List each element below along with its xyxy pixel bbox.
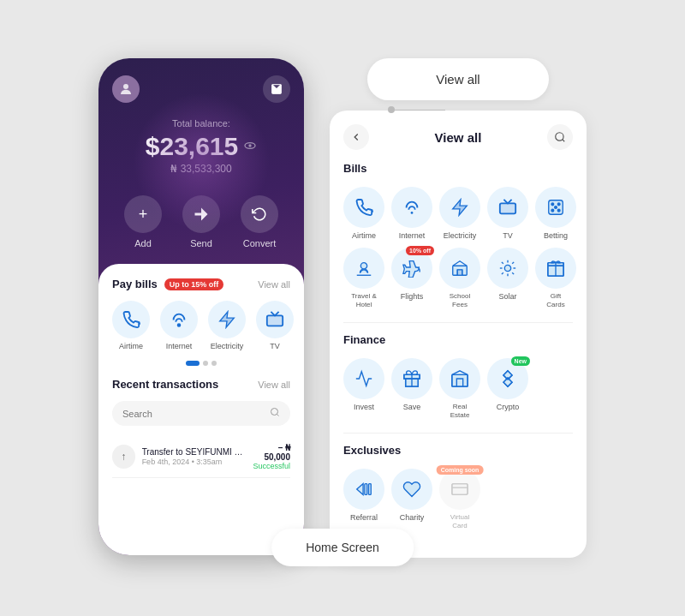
transaction-item[interactable]: ↑ Transfer to SEYIFUNMI OLUFE... Feb 4th…: [112, 436, 290, 478]
txn-arrow-icon: ↑: [112, 445, 135, 469]
panel-referral[interactable]: Referral: [343, 469, 384, 529]
dot-3: [211, 361, 217, 366]
bill-airtime[interactable]: Airtime: [112, 301, 150, 350]
search-bar[interactable]: [112, 401, 290, 426]
panel-virtualcard: Coming soon VirtualCard: [439, 469, 480, 529]
panel-betting[interactable]: Betting: [535, 187, 576, 241]
svg-point-3: [249, 144, 252, 147]
back-button[interactable]: [343, 124, 369, 150]
mail-icon[interactable]: [263, 75, 290, 103]
panel-school[interactable]: SchoolFees: [439, 248, 480, 308]
panel-save-label: Save: [403, 403, 421, 412]
view-all-top-button[interactable]: View all: [367, 58, 548, 100]
txn-status: Successful: [252, 462, 290, 470]
panel-internet[interactable]: Internet: [391, 187, 432, 241]
airtime-label: Airtime: [119, 342, 143, 350]
txn-right: – ₦ 50,000 Successful: [252, 443, 290, 470]
divider-1: [343, 322, 573, 323]
add-icon: +: [124, 195, 162, 233]
panel-electricity-icon: [439, 187, 480, 228]
search-input[interactable]: [122, 409, 263, 419]
carousel-dots: [112, 361, 290, 366]
pay-bills-title: Pay bills Up to 15% off: [112, 278, 223, 290]
panel-giftcards[interactable]: GiftCards: [535, 248, 576, 308]
svg-point-14: [411, 212, 414, 214]
bill-tv[interactable]: TV: [256, 301, 294, 350]
panel-airtime[interactable]: Airtime: [343, 187, 384, 241]
panel-betting-icon: [535, 187, 576, 228]
electricity-icon: [208, 301, 246, 338]
flights-badge: 10% off: [406, 246, 434, 255]
send-label: Send: [190, 238, 212, 248]
main-layout: Total balance: $23,615 ₦ 33,533,300 + Ad…: [73, 33, 612, 583]
phone-bottom-card: Pay bills Up to 15% off View all Airtime: [98, 264, 304, 555]
panel-internet-label: Internet: [399, 231, 426, 241]
recent-txn-header: Recent transactions View all: [112, 378, 290, 391]
svg-rect-28: [457, 270, 462, 275]
panel-travel[interactable]: Travel &Hotel: [343, 248, 384, 308]
balance-section: Total balance: $23,615 ₦ 33,533,300: [98, 110, 304, 188]
svg-rect-46: [365, 484, 367, 495]
discount-badge: Up to 15% off: [164, 278, 224, 290]
panel-tv-label: TV: [503, 231, 513, 241]
bills-icons-row: Airtime Internet Electricity: [112, 301, 290, 350]
svg-point-23: [551, 210, 554, 212]
send-button[interactable]: Send: [182, 195, 220, 248]
panel-realestate-label: RealEstate: [450, 403, 470, 419]
send-icon: [182, 195, 220, 233]
eye-icon[interactable]: [243, 139, 257, 155]
svg-line-37: [512, 262, 514, 264]
panel-crypto-label: Crypto: [497, 403, 520, 412]
svg-line-34: [502, 262, 503, 264]
balance-naira: ₦ 33,533,300: [98, 163, 304, 175]
panel-tv[interactable]: TV: [487, 187, 528, 241]
panel-realestate[interactable]: RealEstate: [439, 358, 480, 419]
panel-invest[interactable]: Invest: [343, 358, 384, 419]
svg-point-29: [504, 265, 510, 271]
panel-flights-icon: 10% off: [391, 248, 432, 289]
panel-school-icon: [439, 248, 480, 289]
panel-solar[interactable]: Solar: [487, 248, 528, 308]
svg-point-24: [557, 210, 560, 212]
avatar[interactable]: [112, 75, 140, 103]
panel-tv-icon: [487, 187, 528, 228]
panel-solar-icon: [487, 248, 528, 289]
panel-electricity[interactable]: Electricity: [439, 187, 480, 241]
airtime-icon: [112, 301, 150, 338]
txn-date: Feb 4th, 2024 • 3:35am: [142, 458, 245, 466]
finance-grid: Invest Save RealEstate: [343, 358, 573, 419]
txn-name: Transfer to SEYIFUNMI OLUFE...: [142, 447, 245, 457]
panel-flights[interactable]: 10% off Flights: [391, 248, 432, 308]
svg-line-36: [502, 272, 503, 274]
pay-bills-view-all[interactable]: View all: [258, 279, 290, 290]
panel-header: View all: [343, 124, 573, 150]
svg-rect-48: [452, 484, 468, 495]
exclusives-grid: Referral Charity Coming soon VirtualCard: [343, 469, 573, 529]
virtualcard-badge: Coming soon: [437, 465, 484, 475]
convert-icon: [241, 195, 278, 233]
bill-electricity[interactable]: Electricity: [208, 301, 246, 350]
panel-crypto[interactable]: New Crypto: [487, 358, 528, 419]
add-button[interactable]: + Add: [124, 195, 162, 248]
panel-search-button[interactable]: [547, 124, 573, 150]
panel-charity[interactable]: Charity: [391, 469, 432, 529]
svg-rect-47: [369, 484, 372, 495]
bill-internet[interactable]: Internet: [160, 301, 198, 350]
convert-button[interactable]: Convert: [241, 195, 278, 248]
panel-charity-icon: [391, 469, 432, 510]
panel-title: View all: [435, 130, 482, 145]
view-all-panel: View all Bills Airtime: [330, 111, 587, 557]
pay-bills-label: Pay bills: [112, 278, 158, 290]
search-icon: [270, 407, 280, 420]
panel-airtime-label: Airtime: [352, 231, 376, 241]
phone-header: [98, 58, 304, 110]
panel-giftcards-icon: [535, 248, 576, 289]
svg-point-5: [178, 324, 181, 326]
panel-save[interactable]: Save: [391, 358, 432, 419]
svg-line-13: [563, 140, 565, 142]
panel-flights-label: Flights: [401, 292, 424, 302]
panel-virtualcard-icon: Coming soon: [439, 469, 480, 510]
recent-txn-view-all[interactable]: View all: [258, 380, 290, 390]
left-column: Total balance: $23,615 ₦ 33,533,300 + Ad…: [98, 58, 304, 555]
svg-marker-45: [357, 484, 363, 495]
